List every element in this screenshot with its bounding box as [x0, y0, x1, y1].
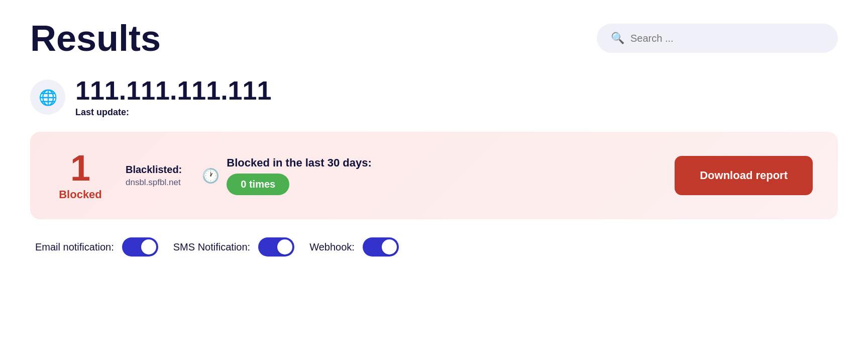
download-report-button[interactable]: Download report — [675, 156, 813, 195]
last-update-label: Last update: — [75, 107, 271, 118]
history-content: Blocked in the last 30 days: 0 times — [227, 156, 372, 195]
webhook-toggle-knob — [382, 239, 397, 255]
webhook-label: Webhook: — [309, 241, 355, 253]
blacklisted-col: Blacklisted: dnsbl.spfbl.net — [126, 164, 182, 188]
globe-icon: 🌐 — [30, 79, 65, 115]
email-notification-label: Email notification: — [35, 241, 114, 253]
page-title: Results — [30, 20, 161, 56]
blocked-number: 1 — [70, 150, 90, 186]
webhook-toggle[interactable] — [363, 237, 399, 257]
ip-text-block: 111.111.111.111 Last update: — [75, 76, 271, 118]
sms-notification-toggle[interactable] — [258, 237, 294, 257]
header-row: Results 🔍 — [30, 20, 838, 56]
sms-toggle-knob — [277, 239, 292, 255]
ip-info-row: 🌐 111.111.111.111 Last update: — [30, 76, 838, 118]
search-icon: 🔍 — [611, 32, 624, 45]
blacklisted-title: Blacklisted: — [126, 164, 182, 176]
notification-row: Email notification: SMS Notification: We… — [30, 237, 838, 257]
blocked-days-text: Blocked in the last 30 days: — [227, 156, 372, 170]
email-toggle-knob — [141, 239, 156, 255]
sms-notification-label: SMS Notification: — [173, 241, 250, 253]
webhook-item: Webhook: — [309, 237, 399, 257]
blocked-label: Blocked — [59, 188, 102, 201]
search-container: 🔍 — [597, 24, 838, 53]
history-col: 🕐 Blocked in the last 30 days: 0 times — [202, 156, 655, 195]
blocked-count-col: 1 Blocked — [55, 150, 105, 201]
email-notification-item: Email notification: — [35, 237, 158, 257]
result-card: 1 Blocked Blacklisted: dnsbl.spfbl.net 🕐… — [30, 132, 838, 219]
times-badge: 0 times — [227, 174, 289, 195]
history-icon: 🕐 — [202, 167, 220, 184]
ip-address: 111.111.111.111 — [75, 76, 271, 105]
blacklisted-domain: dnsbl.spfbl.net — [126, 178, 182, 188]
email-notification-toggle[interactable] — [122, 237, 158, 257]
search-input[interactable] — [630, 33, 824, 44]
sms-notification-item: SMS Notification: — [173, 237, 294, 257]
